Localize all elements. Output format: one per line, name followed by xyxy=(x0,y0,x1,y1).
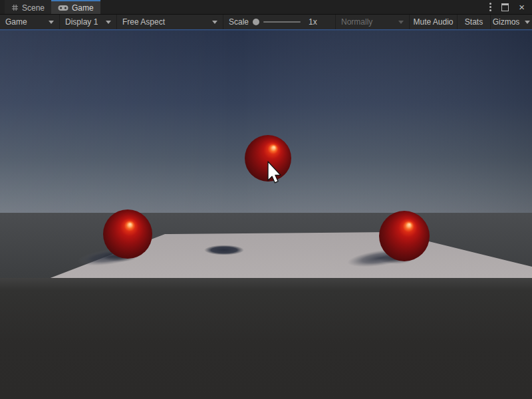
game-view-toolbar: Game Display 1 Free Aspect Scale 1x Norm… xyxy=(0,15,532,29)
stats-label: Stats xyxy=(465,17,483,27)
scale-value: 1x xyxy=(309,17,317,27)
play-focus-label: Normally xyxy=(341,17,372,27)
display-dropdown[interactable]: Display 1 xyxy=(60,15,117,29)
close-icon[interactable]: × xyxy=(519,2,525,12)
grid-icon xyxy=(11,4,19,11)
scale-slider-knob[interactable] xyxy=(253,19,259,25)
gizmos-button[interactable]: Gizmos xyxy=(491,15,532,29)
display-dropdown-label: Display 1 xyxy=(65,17,98,27)
game-viewport[interactable] xyxy=(0,29,532,399)
scale-control: Scale 1x xyxy=(223,15,335,29)
chevron-down-icon xyxy=(212,21,217,24)
tab-scene[interactable]: Scene xyxy=(5,0,51,14)
camera-dropdown-label: Game xyxy=(5,17,27,27)
window-controls: × xyxy=(489,0,532,14)
chevron-down-icon xyxy=(49,21,54,24)
aspect-ratio-label: Free Aspect xyxy=(122,17,165,27)
sphere-left xyxy=(103,209,152,259)
middle-sphere-shadow xyxy=(204,245,244,255)
chevron-down-icon xyxy=(106,21,111,24)
aspect-ratio-dropdown[interactable]: Free Aspect xyxy=(117,15,223,29)
rendered-scene xyxy=(0,29,532,399)
chevron-down-icon xyxy=(398,21,404,24)
maximize-icon[interactable] xyxy=(501,3,509,11)
play-focus-dropdown: Normally xyxy=(335,15,410,29)
gamepad-icon xyxy=(58,5,68,11)
sphere-right xyxy=(379,211,430,261)
tab-game[interactable]: Game xyxy=(51,0,100,14)
stats-button[interactable]: Stats xyxy=(458,15,491,29)
chevron-down-icon[interactable] xyxy=(525,21,530,24)
mute-audio-label: Mute Audio xyxy=(413,17,453,27)
tab-scene-label: Scene xyxy=(22,3,45,13)
sky-shading xyxy=(0,29,532,213)
tab-bar: Scene Game × xyxy=(0,0,532,15)
scale-slider-track[interactable] xyxy=(263,21,301,23)
tab-game-label: Game xyxy=(72,3,94,13)
kebab-menu-icon[interactable] xyxy=(489,3,491,11)
camera-dropdown[interactable]: Game xyxy=(0,15,60,29)
scale-label: Scale xyxy=(229,17,249,27)
focus-highlight-line xyxy=(0,29,532,30)
gizmos-label: Gizmos xyxy=(493,17,520,27)
mute-audio-button[interactable]: Mute Audio xyxy=(410,15,458,29)
foreground xyxy=(0,278,532,399)
